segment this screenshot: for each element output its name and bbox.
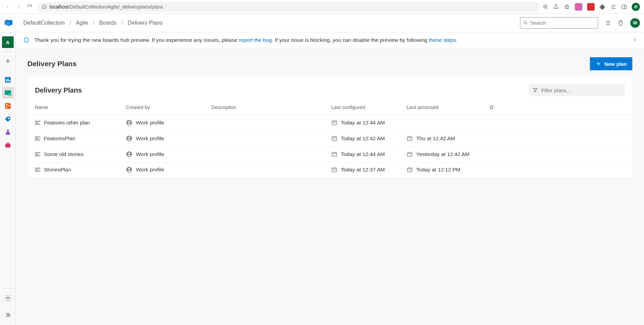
cell-name: Some old stories (35, 151, 126, 157)
banner-link-steps[interactable]: these steps (429, 37, 456, 43)
sidebar-overview[interactable] (2, 74, 14, 86)
breadcrumb-item[interactable]: Delivery Plans (128, 20, 163, 26)
calendar-icon (331, 120, 337, 126)
bookmark-star-icon[interactable] (564, 4, 570, 10)
breadcrumb-item[interactable]: Boards (99, 20, 116, 26)
col-last-configured[interactable]: Last configured (331, 105, 407, 110)
svg-rect-33 (35, 154, 38, 154)
zoom-icon[interactable] (543, 4, 548, 10)
gear-icon (4, 294, 12, 302)
main-content: Thank you for trying the new boards hub … (16, 32, 644, 325)
breadcrumb-item[interactable]: Agile (76, 20, 88, 26)
svg-point-17 (7, 297, 9, 299)
url-path: /DefaultCollection/Agile/_deliveryplans/… (69, 4, 163, 10)
browser-toolbar: localhost/DefaultCollection/Agile/_deliv… (0, 0, 644, 14)
cell-created-by: Work profile (126, 119, 211, 126)
sidebar-artifacts[interactable] (2, 139, 14, 151)
sidebar-pipelines[interactable] (2, 113, 14, 125)
banner-chevron-icon[interactable] (632, 38, 637, 43)
svg-rect-39 (35, 168, 40, 168)
person-icon (126, 119, 133, 126)
extension-icon[interactable] (575, 3, 582, 11)
svg-point-12 (6, 107, 7, 108)
col-created-by[interactable]: Created by (126, 105, 211, 110)
plus-icon (4, 57, 12, 65)
calendar-icon (407, 151, 413, 157)
table-row[interactable]: Features other planWork profileToday at … (27, 115, 632, 131)
shopping-bag-icon[interactable] (617, 20, 624, 26)
table-row[interactable]: Some old storiesWork profileToday at 12:… (27, 146, 632, 162)
breadcrumb-item[interactable]: DefaultCollection (23, 20, 65, 26)
card-title: Delivery Plans (35, 86, 82, 94)
svg-rect-25 (35, 136, 40, 137)
sidebar-project-button[interactable]: A (2, 36, 14, 48)
svg-rect-24 (332, 121, 337, 125)
svg-point-14 (8, 118, 9, 119)
col-description[interactable]: Description (211, 105, 331, 110)
search-input[interactable] (520, 17, 598, 29)
svg-rect-31 (407, 136, 412, 141)
address-bar[interactable]: localhost/DefaultCollection/Agile/_deliv… (38, 2, 539, 12)
reading-list-icon[interactable] (610, 4, 617, 10)
browser-reload-button[interactable] (25, 2, 34, 12)
sidebar-boards[interactable] (2, 87, 14, 99)
svg-rect-37 (332, 152, 337, 156)
plans-card: Delivery Plans Name Created by Descripti… (27, 76, 632, 178)
svg-rect-7 (9, 80, 10, 82)
site-info-icon (42, 4, 47, 9)
svg-rect-30 (332, 136, 337, 141)
info-banner: Thank you for trying the new boards hub … (16, 32, 644, 48)
cell-last-configured: Today at 12:42 AM (331, 135, 407, 142)
col-favorite[interactable] (489, 105, 509, 110)
share-icon[interactable] (553, 4, 559, 10)
calendar-icon (331, 151, 337, 157)
table-row[interactable]: FeaturesPlanWork profileToday at 12:42 A… (27, 131, 632, 146)
svg-rect-5 (6, 79, 7, 82)
svg-rect-27 (35, 140, 40, 140)
azure-devops-logo-icon[interactable] (4, 19, 13, 27)
svg-rect-2 (622, 5, 626, 9)
svg-rect-34 (35, 155, 40, 156)
svg-rect-21 (35, 124, 40, 124)
sidebar-new-button[interactable] (2, 55, 14, 67)
user-avatar[interactable]: W (630, 18, 640, 28)
page-header: Delivery Plans New plan (16, 48, 644, 76)
browser-profile-avatar[interactable]: И (632, 3, 640, 11)
browser-forward-button[interactable] (14, 2, 23, 12)
app-header: DefaultCollection / Agile / Boards / Del… (0, 14, 644, 32)
dashboard-icon (4, 76, 12, 84)
browser-back-button[interactable] (3, 2, 12, 12)
list-icon[interactable] (604, 20, 611, 26)
cell-created-by: Work profile (126, 151, 211, 158)
extension-icon[interactable] (587, 3, 595, 11)
sidebar-repos[interactable] (2, 100, 14, 112)
boards-icon (4, 89, 12, 97)
svg-point-9 (8, 93, 11, 96)
cell-last-configured: Today at 12:44 AM (331, 120, 407, 126)
page-title: Delivery Plans (27, 60, 77, 68)
cell-name: Features other plan (35, 120, 126, 126)
cell-last-accessed: Today at 12:12 PM (407, 167, 489, 173)
svg-rect-20 (35, 122, 38, 123)
svg-rect-26 (35, 138, 38, 139)
chevron-double-right-icon (4, 311, 12, 319)
artifacts-icon (4, 141, 12, 149)
side-panel-icon[interactable] (621, 4, 627, 10)
col-name[interactable]: Name (35, 105, 126, 110)
filter-plans-input[interactable] (529, 84, 625, 96)
cell-name: StoriesPlan (35, 167, 126, 173)
repos-icon (4, 102, 12, 110)
banner-link-report-bug[interactable]: report the bug (239, 37, 272, 43)
table-row[interactable]: StoriesPlanWork profileToday at 12:37 AM… (27, 162, 632, 178)
sidebar-expand[interactable] (2, 309, 14, 321)
person-icon (126, 151, 133, 158)
sidebar-settings[interactable] (2, 292, 14, 304)
sidebar-testplans[interactable] (2, 126, 14, 138)
col-last-accessed[interactable]: Last accessed (407, 105, 489, 110)
plan-icon (35, 121, 40, 125)
extensions-puzzle-icon[interactable] (599, 4, 606, 10)
search-field[interactable] (530, 20, 595, 26)
svg-point-23 (128, 121, 130, 122)
new-plan-button[interactable]: New plan (590, 57, 632, 70)
cell-created-by: Work profile (126, 166, 211, 173)
